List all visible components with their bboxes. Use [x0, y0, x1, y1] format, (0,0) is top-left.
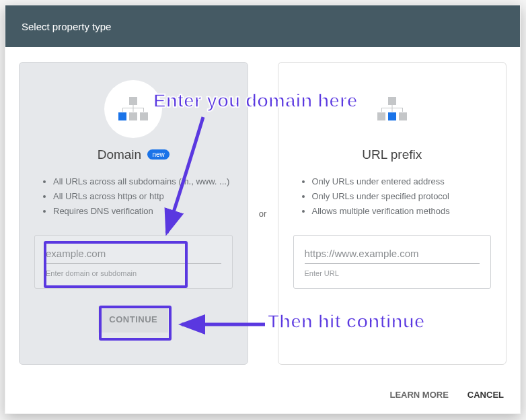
bullet-item: All URLs across all subdomains (m., www.… [53, 174, 233, 189]
urlprefix-bullets: Only URLs under entered address Only URL… [293, 174, 492, 219]
urlprefix-icon-circle [363, 80, 421, 138]
modal-footer: LEARN MORE CANCEL [5, 376, 520, 413]
bullet-item: Only URLs under specified protocol [312, 189, 492, 204]
domain-input[interactable] [46, 246, 221, 264]
sitemap-icon [376, 97, 408, 121]
sitemap-icon [117, 97, 149, 121]
domain-bullets: All URLs across all subdomains (m., www.… [34, 174, 233, 219]
new-badge: new [147, 149, 169, 160]
cancel-button[interactable]: CANCEL [467, 390, 504, 400]
urlprefix-input-box: Enter URL [293, 235, 492, 289]
domain-icon-circle [104, 80, 162, 138]
domain-title-text: Domain [98, 147, 141, 162]
continue-button[interactable]: CONTINUE [98, 306, 168, 332]
domain-input-box: Enter domain or subdomain [34, 235, 233, 289]
modal-header: Select property type [5, 5, 520, 47]
bullet-item: Only URLs under entered address [312, 174, 492, 189]
learn-more-link[interactable]: LEARN MORE [389, 390, 448, 400]
urlprefix-card[interactable]: URL prefix Only URLs under entered addre… [278, 62, 507, 365]
or-separator: or [248, 62, 278, 365]
domain-input-caption: Enter domain or subdomain [46, 269, 221, 277]
urlprefix-card-title: URL prefix [293, 147, 492, 162]
domain-card[interactable]: Domain new All URLs across all subdomain… [19, 62, 248, 365]
urlprefix-input-caption: Enter URL [305, 269, 480, 277]
bullet-item: All URLs across https or http [53, 189, 233, 204]
urlprefix-title-text: URL prefix [362, 147, 422, 162]
modal-body: Domain new All URLs across all subdomain… [5, 47, 520, 365]
bullet-item: Requires DNS verification [53, 204, 233, 219]
modal-title: Select property type [22, 21, 111, 32]
bullet-item: Allows multiple verification methods [312, 204, 492, 219]
select-property-modal: Select property type Domain new All URLs… [5, 5, 521, 414]
domain-card-title: Domain new [34, 147, 233, 162]
urlprefix-input[interactable] [305, 246, 480, 264]
